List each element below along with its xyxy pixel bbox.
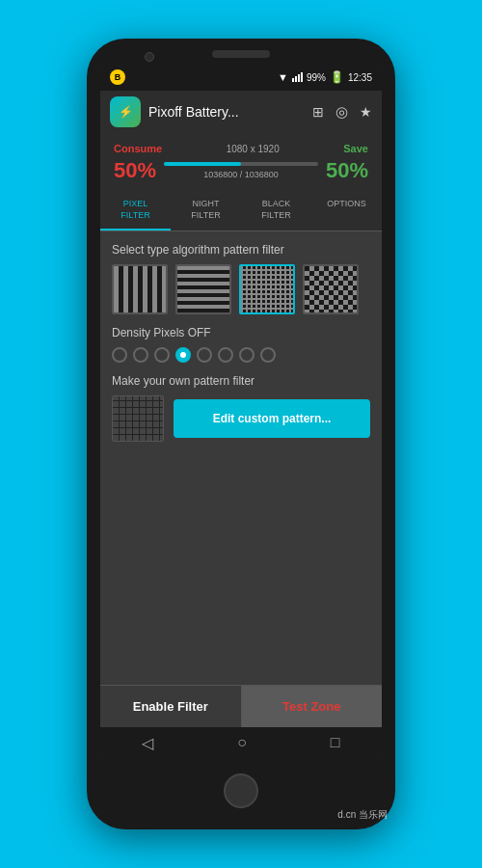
star-icon[interactable]: ★	[360, 104, 372, 120]
tab-options-label: OPTIONS	[327, 199, 366, 208]
main-content: Consume 1080 x 1920 Save 50% 1036800 / 1…	[100, 133, 382, 758]
battery-pct: 99%	[307, 72, 326, 83]
consume-pct: 50%	[114, 158, 156, 183]
app-bar: ⚡ Pixoff Battery... ⊞ ◎ ★	[100, 91, 382, 133]
signal-icon	[292, 72, 303, 82]
time-display: 12:35	[348, 72, 372, 83]
density-radio-6[interactable]	[239, 347, 254, 363]
algorithm-title: Select type algorithm pattern filter	[112, 243, 370, 257]
tab-black-filter-label: BLACKFILTER	[261, 199, 290, 220]
density-row	[112, 347, 370, 363]
pattern-vlines-preview	[114, 266, 166, 312]
density-section: Density Pixels OFF	[112, 326, 370, 363]
phone-device: B ▼ 99% 🔋 12:35 ⚡	[87, 39, 395, 829]
pattern-hlines[interactable]	[175, 264, 231, 314]
density-title: Density Pixels OFF	[112, 326, 370, 339]
tab-black-filter[interactable]: BLACKFILTER	[241, 191, 311, 231]
pattern-hlines-preview	[177, 266, 229, 312]
grid-icon[interactable]: ⊞	[312, 104, 324, 120]
app-bar-icons: ⊞ ◎ ★	[312, 103, 372, 121]
tabs: PIXELFILTER NIGHTFILTER BLACKFILTER OPTI…	[100, 191, 382, 231]
custom-pattern-section: Make your own pattern filter Edit custom…	[112, 374, 370, 442]
watermark: d.cn 当乐网	[337, 808, 388, 822]
density-radio-4[interactable]	[197, 347, 212, 363]
wifi-icon: ▼	[278, 71, 288, 83]
resolution-text: 1080 x 1920	[227, 144, 280, 154]
progress-bar-wrap: 1036800 / 1036800	[164, 162, 318, 179]
back-icon[interactable]: ◁	[142, 734, 153, 752]
filter-content: Select type algorithm pattern filter	[100, 231, 382, 685]
tab-night-filter[interactable]: NIGHTFILTER	[171, 191, 241, 231]
pattern-vlines[interactable]	[112, 264, 168, 314]
recents-icon[interactable]: □	[331, 734, 340, 751]
custom-pattern-row: Edit custom pattern...	[112, 395, 370, 442]
save-label: Save	[343, 143, 368, 154]
tab-pixel-filter-label: PIXELFILTER	[120, 199, 149, 220]
nav-bar: ◁ ○ □	[100, 727, 382, 758]
edit-custom-button[interactable]: Edit custom pattern...	[174, 399, 370, 438]
battery-icon: 🔋	[330, 70, 344, 84]
stats-top: Consume 1080 x 1920 Save	[114, 143, 368, 154]
progress-bar-fill	[164, 162, 241, 166]
phone-speaker	[212, 50, 270, 58]
pattern-grid-type[interactable]	[239, 264, 295, 314]
density-radio-1[interactable]	[133, 347, 148, 363]
bottom-buttons: Enable Filter Test Zone	[100, 685, 382, 727]
custom-pattern-preview	[112, 395, 164, 442]
custom-pattern-title: Make your own pattern filter	[112, 374, 370, 388]
app-icon: ⚡	[110, 96, 141, 127]
density-radio-2[interactable]	[154, 347, 170, 363]
home-button[interactable]	[224, 773, 258, 808]
phone-top	[87, 39, 395, 64]
tab-options[interactable]: OPTIONS	[311, 191, 382, 231]
status-right: ▼ 99% 🔋 12:35	[278, 70, 372, 84]
home-icon[interactable]: ○	[237, 734, 247, 751]
phone-screen: B ▼ 99% 🔋 12:35 ⚡	[100, 64, 382, 758]
pixels-text: 1036800 / 1036800	[164, 170, 318, 179]
algorithm-section: Select type algorithm pattern filter	[112, 243, 370, 314]
density-radio-7[interactable]	[260, 347, 276, 363]
pattern-grid-preview	[241, 266, 293, 312]
pattern-checker[interactable]	[303, 264, 359, 314]
status-bar: B ▼ 99% 🔋 12:35	[100, 64, 382, 91]
stats-middle: 50% 1036800 / 1036800 50%	[114, 158, 368, 183]
status-b-icon: B	[110, 69, 125, 85]
test-zone-button[interactable]: Test Zone	[242, 686, 383, 727]
tab-night-filter-label: NIGHTFILTER	[191, 199, 220, 220]
circle-icon[interactable]: ◎	[335, 103, 348, 121]
density-radio-0[interactable]	[112, 347, 127, 363]
save-pct: 50%	[326, 158, 368, 183]
app-title: Pixoff Battery...	[148, 104, 305, 120]
enable-filter-button[interactable]: Enable Filter	[100, 686, 242, 727]
density-radio-3[interactable]	[175, 347, 191, 363]
status-left: B	[110, 69, 125, 85]
pattern-checker-preview	[305, 266, 357, 312]
pattern-grid	[112, 264, 370, 314]
consume-label: Consume	[114, 143, 162, 154]
phone-camera	[145, 52, 154, 62]
tab-pixel-filter[interactable]: PIXELFILTER	[100, 191, 171, 231]
stats-row: Consume 1080 x 1920 Save 50% 1036800 / 1…	[100, 133, 382, 191]
density-radio-5[interactable]	[218, 347, 233, 363]
progress-bar-bg	[164, 162, 318, 166]
custom-preview-inner	[113, 396, 163, 441]
